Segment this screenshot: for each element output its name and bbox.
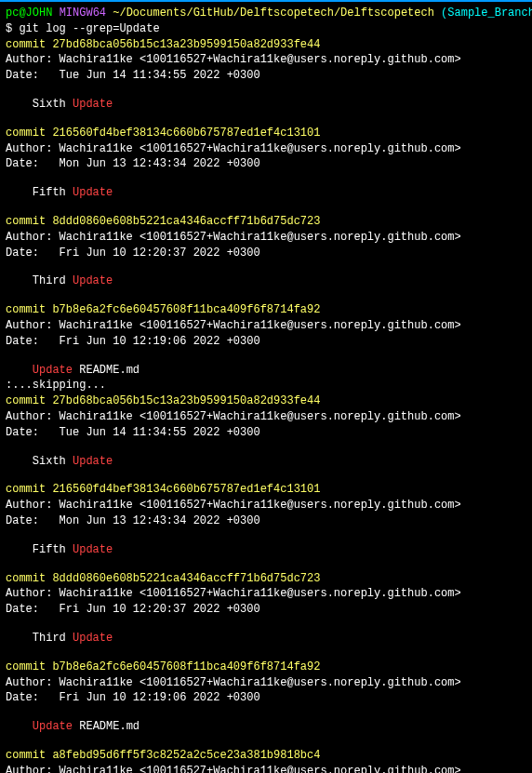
commit-date: Date: Fri Jun 10 12:20:37 2022 +0300 <box>6 246 526 261</box>
commit-message: Third Update <box>6 631 526 646</box>
commit-hash: commit 8ddd0860e608b5221ca4346accff71b6d… <box>6 214 526 230</box>
commit-hash: commit 27bd68bca056b15c13a23b9599150a82d… <box>6 393 526 409</box>
commit-hash: commit 27bd68bca056b15c13a23b9599150a82d… <box>6 37 526 53</box>
commit-date: Date: Mon Jun 13 12:43:34 2022 +0300 <box>6 156 526 172</box>
prompt-path: ~/Documents/GitHub/Delftscopetech/Delfts… <box>113 7 434 20</box>
skipping: :...skipping... <box>6 378 526 393</box>
commit-date: Date: Tue Jun 14 11:34:55 2022 +0300 <box>6 68 526 84</box>
commit-date: Date: Mon Jun 13 12:43:34 2022 +0300 <box>6 513 526 529</box>
commit-hash: commit 216560fd4bef38134c660b675787ed1ef… <box>6 126 526 141</box>
prompt-branch: (Sample_Branch) <box>441 7 532 20</box>
commit-author: Author: Wachira11ke <100116527+Wachira11… <box>6 141 526 157</box>
commit-author: Author: Wachira11ke <100116527+Wachira11… <box>6 675 526 691</box>
commit-hash: commit 8ddd0860e608b5221ca4346accff71b6d… <box>6 571 526 587</box>
commit-hash: commit b7b8e6a2fc6e60457608f11bca409f6f8… <box>6 660 526 675</box>
commit-hash: commit b7b8e6a2fc6e60457608f11bca409f6f8… <box>6 302 526 318</box>
commit-author: Author: Wachira11ke <100116527+Wachira11… <box>6 318 526 334</box>
commit-date: Date: Tue Jun 14 11:34:55 2022 +0300 <box>6 425 526 441</box>
prompt-user: pc@JOHN <box>6 7 52 20</box>
commit-hash: commit 216560fd4bef38134c660b675787ed1ef… <box>6 482 526 498</box>
prompt-shell: MINGW64 <box>60 7 106 20</box>
commit-message: Update README.md <box>6 363 526 379</box>
commit-hash: commit a8febd95d6ff5f3c8252a2c5ce23a381b… <box>6 748 526 764</box>
commit-message: Sixth Update <box>6 97 526 113</box>
commit-author: Author: Wachira11ke <100116527+Wachira11… <box>6 52 526 68</box>
commit-message: Update README.md <box>6 719 526 735</box>
commit-message: Fifth Update <box>6 542 526 558</box>
commit-author: Author: Wachira11ke <100116527+Wachira11… <box>6 764 526 773</box>
commit-date: Date: Fri Jun 10 12:20:37 2022 +0300 <box>6 602 526 618</box>
prompt-line: pc@JOHN MINGW64 ~/Documents/GitHub/Delft… <box>6 6 526 21</box>
commit-author: Author: Wachira11ke <100116527+Wachira11… <box>6 586 526 602</box>
commit-message: Sixth Update <box>6 454 526 470</box>
commit-date: Date: Fri Jun 10 12:19:06 2022 +0300 <box>6 334 526 350</box>
commit-author: Author: Wachira11ke <100116527+Wachira11… <box>6 409 526 425</box>
commit-date: Date: Fri Jun 10 12:19:06 2022 +0300 <box>6 690 526 706</box>
commit-author: Author: Wachira11ke <100116527+Wachira11… <box>6 230 526 246</box>
command-line: $ git log --grep=Update <box>6 21 526 37</box>
commit-author: Author: Wachira11ke <100116527+Wachira11… <box>6 498 526 513</box>
commit-message: Third Update <box>6 273 526 289</box>
commit-message: Fifth Update <box>6 185 526 201</box>
